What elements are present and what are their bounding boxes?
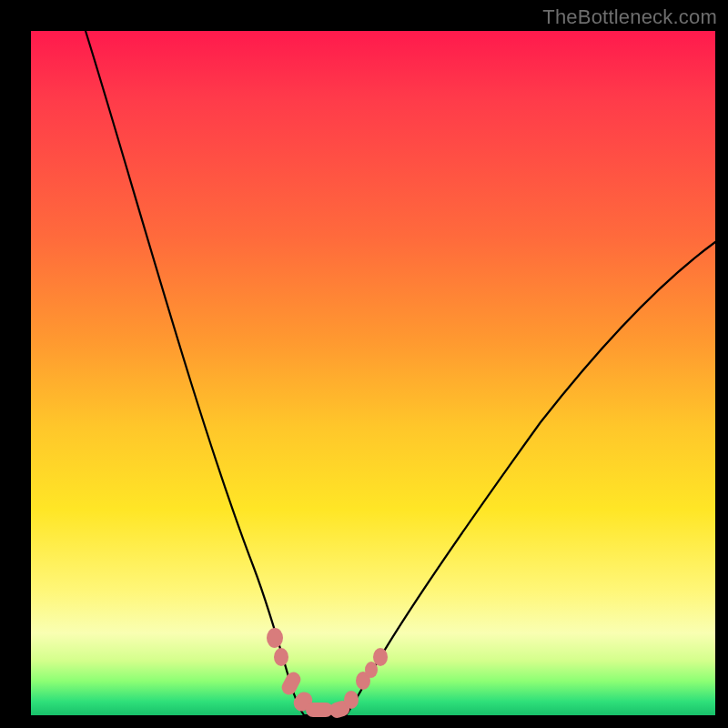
marker-dot [344,691,359,709]
marker-dot [267,628,283,648]
marker-capsule [306,703,333,717]
marker-capsule [279,670,303,697]
left-curve [86,31,304,715]
plot-area [31,31,715,715]
marker-dot [373,648,388,666]
chart-svg [31,31,715,715]
chart-frame: TheBottleneck.com [0,0,728,728]
marker-dot [274,648,288,666]
watermark-text: TheBottleneck.com [542,5,717,29]
right-curve [346,242,715,715]
